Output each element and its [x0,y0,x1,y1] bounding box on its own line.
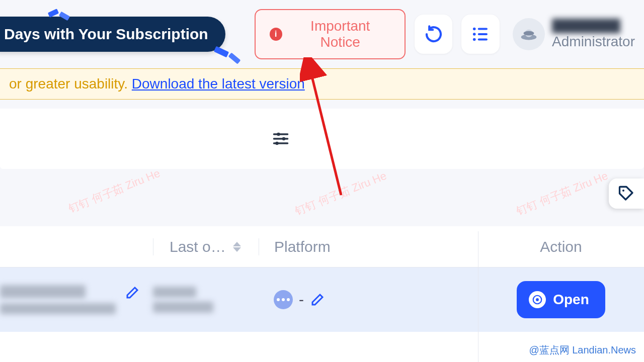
svg-point-12 [282,137,286,140]
svg-point-0 [473,28,476,31]
refresh-button[interactable] [415,15,453,54]
edit-icon [125,285,140,300]
update-banner: or greater usability. Download the lates… [0,68,644,100]
download-latest-link[interactable]: Download the latest version [132,76,305,92]
list-icon [470,24,491,45]
last-open-time-redacted [153,287,196,298]
user-block[interactable]: ████████ Administrator [513,18,635,50]
header-bar: Days with Your Subscription i Important … [0,0,644,68]
user-text: ████████ Administrator [552,19,635,50]
info-icon: i [270,28,282,41]
column-header-label: Platform [274,238,331,255]
search-strip [0,109,644,169]
cell-profile [0,285,153,314]
svg-rect-5 [478,38,488,40]
svg-point-14 [275,141,279,145]
column-header-platform[interactable]: Platform [259,238,478,255]
table-header: Last o… Platform Action [0,226,644,267]
user-role: Administrator [552,34,635,50]
important-notice-button[interactable]: i Important Notice [255,9,406,59]
watermark-text: 钉钉 何子茹 Ziru He [292,168,388,219]
open-button-label: Open [553,292,589,308]
chrome-icon [532,294,543,305]
svg-point-15 [622,190,624,192]
profile-id-redacted [0,303,116,314]
avatar [513,18,545,50]
sliders-icon [272,130,290,148]
important-notice-label: Important Notice [290,18,390,50]
svg-point-4 [473,38,476,41]
subscription-banner: Days with Your Subscription [0,17,225,52]
last-open-date-redacted [153,302,213,313]
confetti-icon [59,12,70,21]
svg-rect-3 [478,33,488,35]
source-label: @蓝点网 Landian.News [529,343,636,357]
list-button[interactable] [461,15,500,54]
profile-name-redacted [0,285,86,298]
column-header-action: Action [478,238,644,255]
data-table: Last o… Platform Action [0,226,644,362]
watermark-text: 钉钉 何子茹 Ziru He [66,166,162,217]
svg-rect-1 [478,28,488,30]
open-icon-wrap [529,291,546,308]
refresh-icon [423,24,444,45]
confetti-icon [213,46,228,58]
svg-point-2 [473,33,476,36]
confetti-icon [228,52,240,64]
subscription-banner-text: Days with Your Subscription [4,26,208,42]
browser-icon [274,290,293,309]
column-header-label: Action [540,238,582,255]
edit-profile-button[interactable] [125,285,140,300]
sort-icon [233,242,241,252]
avatar-icon [517,23,540,46]
svg-point-10 [277,132,280,136]
open-button[interactable]: Open [517,281,605,318]
svg-point-17 [536,298,539,301]
watermark-text: 钉钉 何子茹 Ziru He [514,168,610,219]
table-row: - Open [0,267,644,332]
tag-icon [617,185,635,203]
confetti-icon [48,9,59,18]
tag-float-button[interactable] [609,178,644,209]
column-header-label: Last o… [170,238,226,255]
cell-platform: - [259,290,478,309]
filter-button[interactable] [272,119,290,158]
user-name: ████████ [552,19,635,33]
cell-last-open [153,287,259,313]
cell-action: Open [478,281,644,318]
svg-point-8 [524,31,534,36]
column-header-last-open[interactable]: Last o… [153,238,259,255]
edit-icon [310,292,325,307]
update-banner-text: or greater usability. [9,76,132,92]
edit-platform-button[interactable] [310,292,325,307]
platform-separator: - [299,291,304,308]
